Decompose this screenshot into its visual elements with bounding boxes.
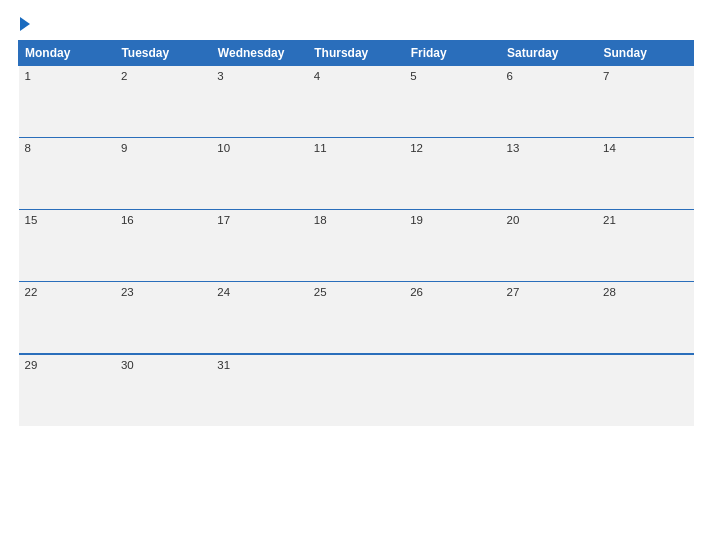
calendar-cell: 30 — [115, 354, 211, 426]
calendar-cell: 15 — [19, 210, 115, 282]
day-number: 6 — [507, 70, 513, 82]
calendar-cell: 1 — [19, 66, 115, 138]
calendar-cell — [597, 354, 693, 426]
day-number: 30 — [121, 359, 134, 371]
week-row-1: 1234567 — [19, 66, 694, 138]
day-number: 16 — [121, 214, 134, 226]
calendar-cell: 26 — [404, 282, 500, 354]
calendar-cell: 6 — [501, 66, 597, 138]
calendar-cell: 7 — [597, 66, 693, 138]
calendar-cell: 22 — [19, 282, 115, 354]
weekday-header-friday: Friday — [404, 41, 500, 66]
day-number: 2 — [121, 70, 127, 82]
calendar-cell: 18 — [308, 210, 404, 282]
calendar-cell: 24 — [211, 282, 307, 354]
day-number: 31 — [217, 359, 230, 371]
week-row-2: 891011121314 — [19, 138, 694, 210]
day-number: 29 — [25, 359, 38, 371]
day-number: 7 — [603, 70, 609, 82]
calendar-header: MondayTuesdayWednesdayThursdayFridaySatu… — [19, 41, 694, 66]
calendar-cell: 20 — [501, 210, 597, 282]
calendar-cell — [501, 354, 597, 426]
weekday-header-monday: Monday — [19, 41, 115, 66]
page-header — [18, 18, 694, 32]
day-number: 26 — [410, 286, 423, 298]
calendar-cell: 16 — [115, 210, 211, 282]
calendar-cell — [308, 354, 404, 426]
calendar-body: 1234567891011121314151617181920212223242… — [19, 66, 694, 426]
calendar-cell: 29 — [19, 354, 115, 426]
day-number: 12 — [410, 142, 423, 154]
day-number: 8 — [25, 142, 31, 154]
day-number: 17 — [217, 214, 230, 226]
logo-arrow-icon — [20, 17, 30, 31]
calendar-cell: 10 — [211, 138, 307, 210]
calendar-cell: 9 — [115, 138, 211, 210]
calendar-cell: 28 — [597, 282, 693, 354]
calendar-cell: 31 — [211, 354, 307, 426]
day-number: 9 — [121, 142, 127, 154]
calendar-table: MondayTuesdayWednesdayThursdayFridaySatu… — [18, 40, 694, 426]
day-number: 15 — [25, 214, 38, 226]
calendar-cell: 23 — [115, 282, 211, 354]
weekday-header-wednesday: Wednesday — [211, 41, 307, 66]
day-number: 22 — [25, 286, 38, 298]
weekday-header-row: MondayTuesdayWednesdayThursdayFridaySatu… — [19, 41, 694, 66]
day-number: 28 — [603, 286, 616, 298]
day-number: 23 — [121, 286, 134, 298]
calendar-cell: 27 — [501, 282, 597, 354]
calendar-cell: 12 — [404, 138, 500, 210]
day-number: 18 — [314, 214, 327, 226]
week-row-3: 15161718192021 — [19, 210, 694, 282]
day-number: 4 — [314, 70, 320, 82]
calendar-cell: 13 — [501, 138, 597, 210]
calendar-cell: 5 — [404, 66, 500, 138]
calendar-cell: 4 — [308, 66, 404, 138]
week-row-5: 293031 — [19, 354, 694, 426]
calendar-cell: 14 — [597, 138, 693, 210]
day-number: 5 — [410, 70, 416, 82]
calendar-cell: 3 — [211, 66, 307, 138]
day-number: 20 — [507, 214, 520, 226]
day-number: 3 — [217, 70, 223, 82]
logo — [18, 18, 30, 32]
calendar-page: MondayTuesdayWednesdayThursdayFridaySatu… — [0, 0, 712, 550]
calendar-cell: 8 — [19, 138, 115, 210]
week-row-4: 22232425262728 — [19, 282, 694, 354]
day-number: 11 — [314, 142, 327, 154]
calendar-cell: 17 — [211, 210, 307, 282]
weekday-header-tuesday: Tuesday — [115, 41, 211, 66]
calendar-cell: 2 — [115, 66, 211, 138]
weekday-header-saturday: Saturday — [501, 41, 597, 66]
day-number: 24 — [217, 286, 230, 298]
day-number: 1 — [25, 70, 31, 82]
day-number: 25 — [314, 286, 327, 298]
day-number: 27 — [507, 286, 520, 298]
day-number: 19 — [410, 214, 423, 226]
day-number: 10 — [217, 142, 230, 154]
day-number: 13 — [507, 142, 520, 154]
calendar-cell: 21 — [597, 210, 693, 282]
calendar-cell: 11 — [308, 138, 404, 210]
calendar-cell: 19 — [404, 210, 500, 282]
weekday-header-thursday: Thursday — [308, 41, 404, 66]
weekday-header-sunday: Sunday — [597, 41, 693, 66]
day-number: 14 — [603, 142, 616, 154]
day-number: 21 — [603, 214, 616, 226]
calendar-cell: 25 — [308, 282, 404, 354]
calendar-cell — [404, 354, 500, 426]
